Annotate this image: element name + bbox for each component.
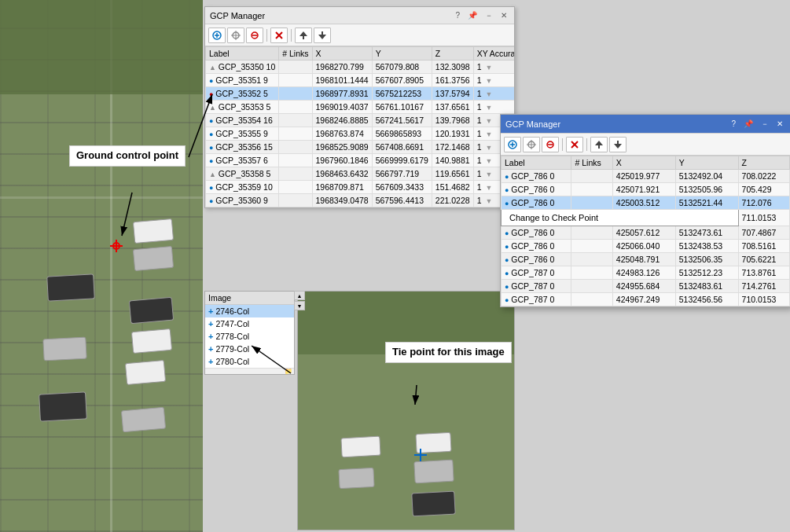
table-row[interactable]: ● GCP_787 0 424955.684 5132483.61 714.27… — [502, 280, 790, 293]
table-row[interactable]: ● GCP_35360 9 1968349.0478 567596.4413 2… — [206, 194, 515, 207]
right-row-icon: ● — [505, 270, 509, 277]
right-export-btn[interactable] — [609, 137, 626, 152]
list-item[interactable]: +2778-Col — [205, 330, 294, 343]
table-row[interactable]: ▲ GCP_35350 10 1968270.799 567079.808 13… — [206, 61, 515, 74]
right-toolbar — [501, 134, 790, 156]
right-minimize-btn[interactable]: － — [759, 119, 771, 130]
table-row[interactable]: ● GCP_786 0 425066.040 5132438.53 708.51… — [502, 240, 790, 253]
cell-y: 567408.6691 — [372, 141, 432, 154]
col-z[interactable]: Z — [432, 47, 473, 61]
scroll-up-btn[interactable]: ▲ — [294, 291, 305, 300]
scroll-controls: ▲ ▼ — [294, 291, 305, 310]
table-row[interactable]: ● GCP_787 0 424967.249 5132456.56 710.01… — [502, 293, 790, 306]
cell-xy-acc: 1 ▼ — [473, 61, 514, 74]
col-links[interactable]: # Links — [279, 47, 312, 61]
svg-rect-25 — [598, 145, 600, 149]
cell-z: 140.9881 — [432, 154, 473, 167]
list-item[interactable]: +2747-Col — [205, 317, 294, 330]
right-import-btn[interactable] — [590, 137, 608, 152]
right-cell-y: 5132492.04 — [675, 170, 738, 183]
table-row[interactable]: ● GCP_786 0 425057.612 5132473.61 707.48… — [502, 226, 790, 240]
toolbar-sep-1 — [266, 29, 267, 42]
cell-links — [279, 127, 312, 141]
table-row[interactable]: ● GCP_35354 16 1968246.8885 567241.5617 … — [206, 114, 515, 127]
table-row[interactable]: ▲ GCP_35353 5 1969019.4037 56761.10167 1… — [206, 101, 515, 114]
table-row[interactable]: ● GCP_35356 15 1968525.9089 567408.6691 … — [206, 141, 515, 154]
table-row[interactable]: ● GCP_35351 9 1968101.1444 567607.8905 1… — [206, 74, 515, 87]
change-check-point-cell[interactable]: Change to Check Point — [502, 210, 739, 226]
table-row[interactable]: ● GCP_35357 6 1967960.1846 5669999.6179 … — [206, 154, 515, 167]
help-btn[interactable]: ? — [453, 11, 462, 20]
right-cell-label: ● GCP_787 0 — [502, 280, 571, 293]
col-y[interactable]: Y — [372, 47, 432, 61]
export-btn[interactable] — [314, 28, 331, 43]
pin-btn[interactable]: 📌 — [465, 11, 480, 20]
right-col-label[interactable]: Label — [502, 156, 571, 170]
right-remove-btn[interactable] — [542, 137, 559, 152]
list-item[interactable]: +2779-Col — [205, 343, 294, 355]
cell-links — [279, 141, 312, 154]
right-move-btn[interactable] — [523, 137, 540, 152]
right-cell-z: 710.0153 — [738, 293, 789, 306]
table-row[interactable]: ● GCP_786 0 425048.791 5132506.35 705.62… — [502, 253, 790, 266]
label-text: GCP_35360 9 — [215, 196, 268, 205]
right-col-y[interactable]: Y — [675, 156, 738, 170]
main-table-scroll[interactable]: Label # Links X Y Z XY Accuracy Z Accura… — [205, 46, 514, 207]
add-gcp-btn[interactable] — [208, 28, 226, 43]
col-label[interactable]: Label — [206, 47, 279, 61]
cell-label: ▲ GCP_35358 5 — [206, 167, 279, 181]
right-cell-links — [571, 226, 612, 240]
svg-marker-12 — [318, 35, 326, 39]
table-row[interactable]: ● GCP_35359 10 1968709.871 567609.3433 1… — [206, 181, 515, 194]
right-close-btn[interactable]: ✕ — [774, 119, 785, 128]
table-row[interactable]: ● GCP_786 0 425003.512 5132521.44 712.07… — [502, 196, 790, 210]
scroll-down-btn[interactable]: ▼ — [294, 301, 305, 310]
remove-gcp-btn[interactable] — [246, 28, 263, 43]
right-table-scroll[interactable]: Label # Links X Y Z ● GCP_786 0 425019.9… — [501, 156, 790, 306]
tie-point-marker — [414, 449, 427, 461]
table-row[interactable]: ● GCP_35355 9 1968763.874 5669865893 120… — [206, 127, 515, 141]
right-cell-y: 5132483.61 — [675, 280, 738, 293]
gcp-manager-main-title: GCP Manager — [210, 11, 265, 20]
import-btn[interactable] — [295, 28, 312, 43]
right-delete-btn[interactable] — [566, 137, 583, 152]
col-x[interactable]: X — [312, 47, 372, 61]
cell-links — [279, 167, 312, 181]
table-row[interactable]: ▲ GCP_35358 5 1968463.6432 566797.719 11… — [206, 167, 515, 181]
cell-label: ● GCP_35360 9 — [206, 194, 279, 207]
right-add-btn[interactable] — [504, 137, 521, 152]
cell-x: 1968246.8885 — [312, 114, 372, 127]
cell-z: 161.3756 — [432, 74, 473, 87]
table-row[interactable]: ● GCP_35352 5 1968977.8931 5675212253 13… — [206, 87, 515, 101]
right-col-links[interactable]: # Links — [571, 156, 612, 170]
cell-links — [279, 87, 312, 101]
minimize-btn[interactable]: － — [483, 10, 495, 21]
svg-marker-24 — [595, 141, 603, 145]
close-btn[interactable]: ✕ — [498, 11, 509, 20]
right-cell-label: ● GCP_786 0 — [502, 253, 571, 266]
table-row[interactable]: ● GCP_786 0 425071.921 5132505.96 705.42… — [502, 183, 790, 196]
cell-label: ● GCP_35355 9 — [206, 127, 279, 141]
right-cell-label: ● GCP_786 0 — [502, 170, 571, 183]
right-pin-btn[interactable]: 📌 — [741, 119, 755, 128]
right-col-x[interactable]: X — [612, 156, 675, 170]
col-xy-acc[interactable]: XY Accuracy — [473, 47, 514, 61]
svg-rect-13 — [322, 31, 323, 35]
row-icon: ▲ — [209, 104, 216, 112]
move-gcp-btn[interactable] — [227, 28, 244, 43]
plus-icon: + — [208, 319, 213, 328]
cell-label: ● GCP_35354 16 — [206, 114, 279, 127]
list-item[interactable]: +2780-Col — [205, 355, 294, 368]
list-item[interactable]: +2746-Col — [205, 305, 294, 317]
table-row[interactable]: ● GCP_786 0 425019.977 5132492.04 708.02… — [502, 170, 790, 183]
right-cell-y: 5132473.61 — [675, 226, 738, 240]
cell-z: 119.6561 — [432, 167, 473, 181]
table-row[interactable]: ● GCP_787 0 424983.126 5132512.23 713.87… — [502, 266, 790, 280]
delete-btn[interactable] — [270, 28, 288, 43]
cell-y: 5675212253 — [372, 87, 432, 101]
cell-x: 1969019.4037 — [312, 101, 372, 114]
right-help-btn[interactable]: ? — [729, 119, 738, 128]
plus-icon: + — [208, 332, 213, 341]
right-row-icon: ● — [505, 243, 509, 251]
right-col-z[interactable]: Z — [738, 156, 789, 170]
